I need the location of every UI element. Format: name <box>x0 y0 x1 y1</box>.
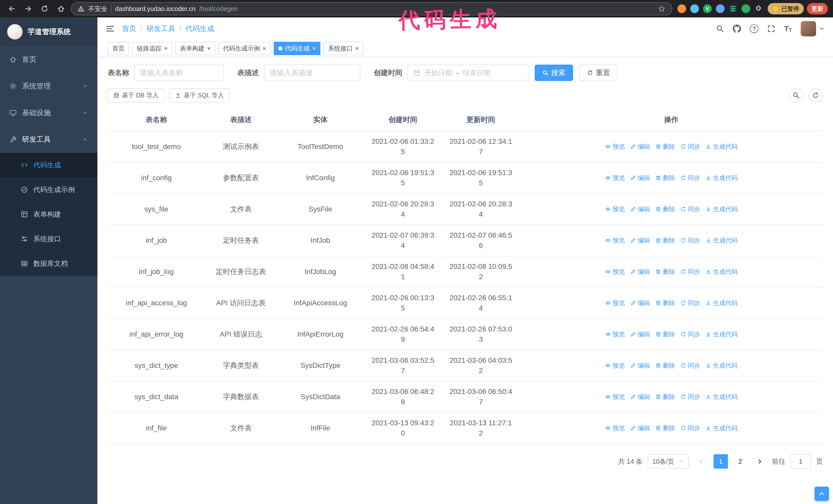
generate-code-link[interactable]: 生成代码 <box>705 267 738 277</box>
app-logo[interactable]: 芋道管理系统 <box>0 18 97 46</box>
import-sql-button[interactable]: 基于 SQL 导入 <box>169 88 230 102</box>
sidebar-item-codegen-example[interactable]: 代码生成示例 <box>0 177 97 202</box>
page-number-2[interactable]: 2 <box>733 454 747 469</box>
date-range-picker[interactable]: 开始日期 - 结束日期 <box>407 65 528 81</box>
delete-link[interactable]: 删除 <box>655 142 675 152</box>
extension-icon-terminal[interactable] <box>729 4 737 13</box>
generate-code-link[interactable]: 生成代码 <box>705 173 738 183</box>
user-avatar[interactable] <box>801 21 825 37</box>
github-icon[interactable] <box>733 25 741 33</box>
generate-code-link[interactable]: 生成代码 <box>705 423 738 433</box>
sync-link[interactable]: 同步 <box>680 142 700 152</box>
close-tab-icon[interactable]: × <box>312 45 316 51</box>
tab-codegen-example[interactable]: 代码生成示例× <box>218 42 271 55</box>
delete-link[interactable]: 删除 <box>655 267 675 277</box>
sidebar-item-infra[interactable]: 基础设施 <box>0 99 97 126</box>
table-name-input[interactable] <box>134 65 224 81</box>
generate-code-link[interactable]: 生成代码 <box>705 298 738 308</box>
font-size-icon[interactable]: TT <box>784 24 792 33</box>
delete-link[interactable]: 删除 <box>655 235 675 246</box>
delete-link[interactable]: 删除 <box>655 298 675 308</box>
preview-link[interactable]: 预览 <box>605 142 625 152</box>
preview-link[interactable]: 预览 <box>605 392 625 402</box>
jump-page-input[interactable] <box>790 454 811 469</box>
refresh-table-button[interactable] <box>808 88 823 102</box>
edit-link[interactable]: 编辑 <box>630 204 650 214</box>
edit-link[interactable]: 编辑 <box>630 235 650 246</box>
sidebar-item-codegen[interactable]: 代码生成 <box>0 153 97 177</box>
fullscreen-icon[interactable] <box>767 25 775 33</box>
tab-api[interactable]: 系统接口× <box>324 42 363 55</box>
back-icon[interactable] <box>5 2 19 16</box>
sidebar-item-db-doc[interactable]: 数据库文档 <box>0 251 97 276</box>
edit-link[interactable]: 编辑 <box>630 392 650 402</box>
sync-link[interactable]: 同步 <box>680 204 700 214</box>
preview-link[interactable]: 预览 <box>605 423 625 433</box>
sidebar-item-system[interactable]: 系统管理 <box>0 73 97 99</box>
close-tab-icon[interactable]: × <box>207 45 211 51</box>
preview-link[interactable]: 预览 <box>605 235 625 246</box>
import-db-button[interactable]: 基于 DB 导入 <box>108 88 164 102</box>
close-tab-icon[interactable]: × <box>355 45 359 51</box>
preview-link[interactable]: 预览 <box>605 360 625 371</box>
reset-button[interactable]: 重置 <box>579 65 618 81</box>
search-button[interactable]: 搜索 <box>535 65 573 81</box>
next-page-button[interactable] <box>753 454 767 469</box>
puzzle-icon[interactable] <box>754 5 763 13</box>
hamburger-icon[interactable] <box>105 24 115 33</box>
generate-code-link[interactable]: 生成代码 <box>705 329 738 339</box>
delete-link[interactable]: 删除 <box>655 173 675 183</box>
sync-link[interactable]: 同步 <box>680 173 700 183</box>
tab-form-builder[interactable]: 表单构建× <box>175 42 215 55</box>
breadcrumb-devtools[interactable]: 研发工具 <box>147 24 175 33</box>
page-number-1[interactable]: 1 <box>714 454 728 469</box>
sidebar-item-form-builder[interactable]: 表单构建 <box>0 202 97 226</box>
edit-link[interactable]: 编辑 <box>630 267 650 277</box>
delete-link[interactable]: 删除 <box>655 360 675 371</box>
sync-link[interactable]: 同步 <box>680 360 700 371</box>
home-icon[interactable] <box>54 2 68 16</box>
sidebar-item-home[interactable]: 首页 <box>0 46 97 73</box>
reload-icon[interactable] <box>38 2 51 16</box>
delete-link[interactable]: 删除 <box>655 329 675 339</box>
delete-link[interactable]: 删除 <box>655 423 675 433</box>
generate-code-link[interactable]: 生成代码 <box>705 235 738 246</box>
generate-code-link[interactable]: 生成代码 <box>705 392 738 402</box>
delete-link[interactable]: 删除 <box>655 392 675 402</box>
extension-icon-green-v[interactable]: V <box>703 4 712 13</box>
preview-link[interactable]: 预览 <box>605 204 625 214</box>
preview-link[interactable]: 预览 <box>605 173 625 183</box>
sidebar-item-devtools[interactable]: 研发工具 <box>0 126 97 153</box>
toggle-search-button[interactable] <box>789 88 803 102</box>
preview-link[interactable]: 预览 <box>605 267 625 277</box>
paused-badge[interactable]: 已暂停 <box>768 3 804 14</box>
help-icon[interactable]: ? <box>750 24 758 33</box>
edit-link[interactable]: 编辑 <box>630 423 650 433</box>
sync-link[interactable]: 同步 <box>680 298 700 308</box>
generate-code-link[interactable]: 生成代码 <box>705 360 738 371</box>
back-to-top-button[interactable] <box>814 486 829 501</box>
tab-codegen[interactable]: 代码生成× <box>274 42 320 55</box>
tab-trace[interactable]: 链路追踪× <box>132 42 172 55</box>
edit-link[interactable]: 编辑 <box>630 360 650 371</box>
extension-icon-people[interactable] <box>716 4 724 13</box>
close-tab-icon[interactable]: × <box>262 45 266 51</box>
sync-link[interactable]: 同步 <box>680 267 700 277</box>
edit-link[interactable]: 编辑 <box>630 329 650 339</box>
preview-link[interactable]: 预览 <box>605 298 625 308</box>
bookmark-star-icon[interactable] <box>658 5 666 13</box>
sync-link[interactable]: 同步 <box>680 329 700 339</box>
extension-icon-plant[interactable] <box>741 4 750 13</box>
delete-link[interactable]: 删除 <box>655 204 675 214</box>
extension-icon-orange[interactable] <box>677 4 686 13</box>
sync-link[interactable]: 同步 <box>680 423 700 433</box>
page-size-select[interactable]: 10条/页 <box>648 454 689 469</box>
edit-link[interactable]: 编辑 <box>630 173 650 183</box>
edit-link[interactable]: 编辑 <box>630 142 650 152</box>
forward-icon[interactable] <box>22 2 35 16</box>
close-tab-icon[interactable]: × <box>164 45 168 51</box>
preview-link[interactable]: 预览 <box>605 329 625 339</box>
sync-link[interactable]: 同步 <box>680 392 700 402</box>
tab-home[interactable]: 首页 <box>108 42 129 55</box>
table-desc-input[interactable] <box>264 65 360 81</box>
